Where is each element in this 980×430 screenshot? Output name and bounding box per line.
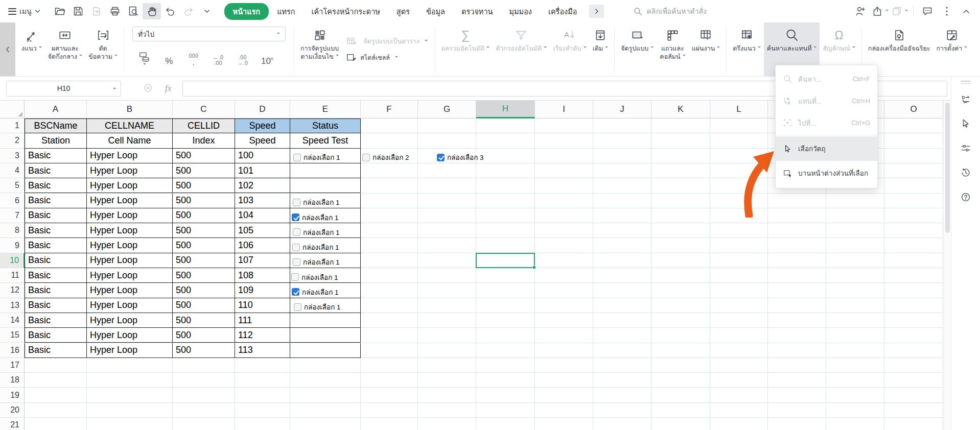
column-header-J[interactable]: J — [593, 101, 651, 118]
cell-B10[interactable]: Hyper Loop — [87, 253, 173, 268]
row-header-6[interactable]: 6 — [0, 194, 25, 208]
cell-C11[interactable]: 500 — [173, 268, 235, 283]
vertical-scrollbar[interactable] — [944, 101, 951, 430]
menu-item-replace[interactable]: AB แทนที่... Ctrl+H — [776, 90, 877, 112]
cell-D1[interactable]: Speed — [235, 118, 290, 133]
paste-special-button[interactable] — [891, 3, 908, 19]
orientation-button[interactable]: งแนว — [18, 22, 45, 76]
cell-C8[interactable]: 500 — [173, 223, 235, 238]
cell-B5[interactable]: Hyper Loop — [87, 178, 173, 193]
row-header-2[interactable]: 2 — [0, 133, 25, 148]
column-header-O[interactable]: O — [884, 101, 943, 118]
ribbon-collapse-strip[interactable] — [0, 22, 15, 77]
conditional-formatting-button[interactable]: การจัดรูปแบบตามเงื่อนไข — [297, 22, 342, 76]
sort-button[interactable]: A เรียงลำดับ — [550, 22, 589, 76]
checkbox-F3[interactable]: กล่องเลือก 2 — [362, 152, 409, 163]
undo-button[interactable] — [161, 3, 179, 19]
row-header-15[interactable]: 15 — [0, 328, 25, 343]
cell-E5[interactable] — [290, 178, 361, 193]
checkbox-E6[interactable]: กล่องเลือก 1 — [293, 197, 340, 208]
cell-C16[interactable]: 500 — [173, 343, 235, 358]
settings-button[interactable]: การตั้งค่า — [933, 22, 970, 76]
cell-E15[interactable] — [290, 328, 361, 343]
checkbox-E7[interactable]: กล่องเลือก 1 — [292, 212, 339, 223]
rows-columns-button[interactable]: แถวและคอลัมน์ — [657, 22, 688, 76]
column-header-I[interactable]: I — [535, 101, 593, 118]
column-header-G[interactable]: G — [418, 101, 476, 118]
invite-user-button[interactable] — [852, 3, 869, 19]
export-button[interactable] — [87, 3, 106, 19]
help-button[interactable] — [956, 188, 975, 206]
cell-D9[interactable]: 106 — [235, 238, 290, 253]
cell-C3[interactable]: 500 — [173, 149, 235, 163]
unchecked-checkbox-icon[interactable] — [293, 154, 301, 161]
column-header-C[interactable]: C — [173, 101, 235, 118]
sidebar-drag-handle[interactable] — [961, 81, 970, 84]
cell-A9[interactable]: Basic — [25, 238, 87, 253]
column-header-E[interactable]: E — [290, 101, 361, 118]
row-header-3[interactable]: 3 — [0, 149, 25, 163]
cell-C2[interactable]: Index — [173, 133, 235, 148]
cell-A6[interactable]: Basic — [25, 194, 87, 208]
checkbox-E9[interactable]: กล่องเลือก 1 — [292, 242, 339, 253]
row-header-13[interactable]: 13 — [0, 298, 25, 313]
cell-B11[interactable]: Hyper Loop — [87, 268, 173, 283]
column-header-A[interactable]: A — [25, 101, 87, 118]
cell-C1[interactable]: CELLID — [173, 118, 235, 133]
cell-C4[interactable]: 500 — [173, 163, 235, 178]
row-header-1[interactable]: 1 — [0, 118, 25, 133]
percent-style-button[interactable]: % — [157, 57, 181, 66]
cell-D16[interactable]: 113 — [235, 343, 290, 358]
row-header-10[interactable]: 10 — [0, 253, 25, 268]
cell-A4[interactable]: Basic — [25, 163, 87, 178]
checkbox-E3[interactable]: กล่องเลือก 1 — [293, 152, 340, 163]
decrease-decimal-button[interactable]: ←.0.00 — [206, 55, 230, 66]
fill-handle[interactable] — [532, 266, 536, 269]
cell-D2[interactable]: Speed — [235, 133, 290, 148]
scrollbar-thumb[interactable] — [945, 103, 950, 233]
name-box[interactable]: H10 — [6, 81, 121, 97]
cell-styles-button[interactable]: สไตล์เซลล์ — [346, 52, 428, 63]
row-header-17[interactable]: 17 — [0, 358, 25, 373]
cell-A16[interactable]: Basic — [25, 343, 87, 358]
cell-A11[interactable]: Basic — [25, 268, 87, 283]
row-header-11[interactable]: 11 — [0, 268, 25, 283]
wrap-text-button[interactable]: ตัดข้อความ — [85, 22, 121, 76]
cell-B7[interactable]: Hyper Loop — [87, 208, 173, 223]
insert-function-button[interactable] — [143, 82, 154, 95]
row-header-19[interactable]: 19 — [0, 388, 25, 402]
collapse-ribbon-button[interactable] — [958, 3, 975, 19]
unchecked-checkbox-icon[interactable] — [293, 258, 300, 266]
menu-item-goto[interactable]: ไปที่... Ctrl+G — [776, 112, 877, 134]
unchecked-checkbox-icon[interactable] — [293, 199, 300, 206]
cell-D7[interactable]: 104 — [235, 208, 290, 223]
open-file-button[interactable] — [51, 3, 69, 19]
cell-E1[interactable]: Status — [290, 118, 361, 133]
cell-B13[interactable]: Hyper Loop — [87, 298, 173, 313]
cell-B14[interactable]: Hyper Loop — [87, 313, 173, 328]
cell-C15[interactable]: 500 — [173, 328, 235, 343]
worksheet-button[interactable]: แผ่นงาน — [689, 22, 724, 76]
cell-B1[interactable]: CELLNAME — [87, 118, 173, 133]
column-header-F[interactable]: F — [361, 101, 418, 118]
save-button[interactable] — [69, 3, 87, 19]
cell-E2[interactable]: Speed Test — [290, 133, 361, 148]
tab-6[interactable]: ตรวจทาน — [453, 3, 501, 20]
format-as-table-button[interactable]: จัดรูปแบบเป็นตาราง — [346, 36, 428, 47]
cell-B16[interactable]: Hyper Loop — [87, 343, 173, 358]
checked-checkbox-icon[interactable] — [292, 288, 299, 296]
tab-4[interactable]: สูตร — [388, 3, 418, 20]
cell-E4[interactable] — [290, 163, 361, 178]
fx-label[interactable]: fx — [165, 83, 171, 93]
checked-checkbox-icon[interactable] — [292, 213, 299, 221]
cell-E14[interactable] — [290, 313, 361, 328]
row-header-21[interactable]: 21 — [0, 418, 25, 430]
scientific-format-button[interactable]: 10n — [255, 57, 279, 66]
toolbar-more-button[interactable] — [198, 3, 216, 19]
row-header-18[interactable]: 18 — [0, 373, 25, 388]
comments-button[interactable] — [919, 3, 936, 19]
checkbox-G3[interactable]: กล่องเลือก 3 — [437, 152, 484, 163]
row-header-16[interactable]: 16 — [0, 343, 25, 358]
cell-C12[interactable]: 500 — [173, 283, 235, 298]
unchecked-checkbox-icon[interactable] — [291, 273, 299, 281]
